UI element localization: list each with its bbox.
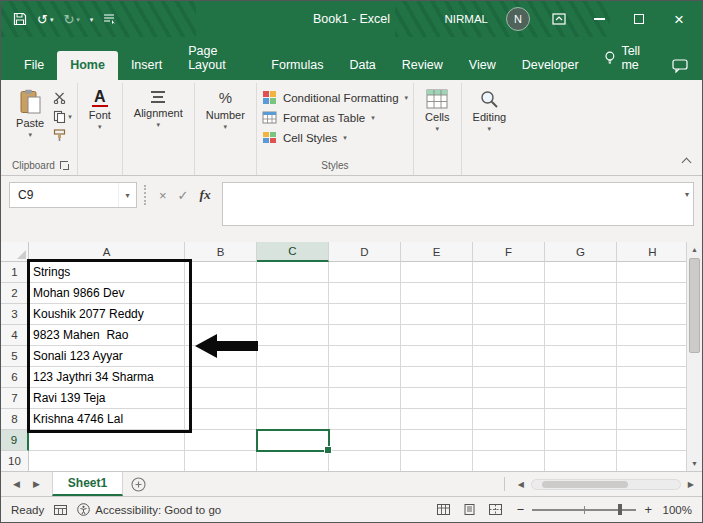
customize-qat-icon[interactable]: ▾ [90,16,94,23]
vertical-scrollbar[interactable]: ▲ ▼ [686,242,702,471]
column-header-F[interactable]: F [473,242,545,262]
cut-button[interactable] [53,91,72,104]
cell-E7[interactable] [401,388,473,409]
cell-H8[interactable] [617,409,686,430]
name-box[interactable]: C9 ▾ [9,182,137,208]
cell-F8[interactable] [473,409,545,430]
cell-G4[interactable] [545,325,617,346]
horizontal-scrollbar-track[interactable] [531,479,681,490]
column-header-B[interactable]: B [185,242,257,262]
sheet-tab-sheet1[interactable]: Sheet1 [52,472,123,496]
cell-G10[interactable] [545,451,617,471]
select-all-corner[interactable] [1,242,29,262]
zoom-slider[interactable] [532,509,636,511]
cell-H4[interactable] [617,325,686,346]
cell-A8[interactable]: Krishna 4746 Lal [29,409,185,430]
cancel-icon[interactable]: × [159,188,167,203]
cell-B3[interactable] [185,304,257,325]
cell-E1[interactable] [401,262,473,283]
cell-C1[interactable] [257,262,329,283]
cell-G5[interactable] [545,346,617,367]
undo-button[interactable]: ↺▾ [37,13,53,26]
cell-F7[interactable] [473,388,545,409]
formula-input[interactable]: ▾ [222,182,694,226]
cell-C4[interactable] [257,325,329,346]
cell-F10[interactable] [473,451,545,471]
cell-H3[interactable] [617,304,686,325]
alignment-button[interactable]: Alignment ▾ [128,84,189,130]
maximize-button[interactable] [628,8,650,30]
cell-E8[interactable] [401,409,473,430]
cell-H5[interactable] [617,346,686,367]
cell-B5[interactable] [185,346,257,367]
vertical-scrollbar-thumb[interactable] [689,258,700,353]
ribbon-display-options-icon[interactable] [548,8,570,30]
cell-B4[interactable] [185,325,257,346]
zoom-out-button[interactable]: − [517,503,525,516]
cell-C10[interactable] [257,451,329,471]
cell-F6[interactable] [473,367,545,388]
previous-sheet-icon[interactable]: ◀ [13,479,20,489]
row-header-1[interactable]: 1 [1,262,29,283]
ribbon-tab-data[interactable]: Data [336,51,388,80]
cell-C2[interactable] [257,283,329,304]
cell-F4[interactable] [473,325,545,346]
font-button[interactable]: A Font ▾ [83,84,117,132]
cell-styles-button[interactable]: Cell Styles ▾ [262,130,347,145]
cell-G2[interactable] [545,283,617,304]
expand-formula-bar-icon[interactable]: ▾ [685,190,689,199]
scroll-down-icon[interactable]: ▼ [691,457,698,470]
copy-button[interactable]: ▾ [53,110,72,123]
ribbon-tab-file[interactable]: File [11,51,57,80]
cell-A1[interactable]: Strings [29,262,185,283]
cell-C6[interactable] [257,367,329,388]
cell-A4[interactable]: 9823 Mahen Rao [29,325,185,346]
cell-G1[interactable] [545,262,617,283]
cell-B10[interactable] [185,451,257,471]
user-name[interactable]: NIRMAL [445,13,488,25]
cell-A7[interactable]: Ravi 139 Teja [29,388,185,409]
ribbon-tab-page-layout[interactable]: Page Layout [175,37,258,80]
horizontal-scrollbar[interactable]: ◀ ▶ [504,472,702,496]
cell-A9[interactable] [29,430,185,451]
column-header-H[interactable]: H [617,242,686,262]
cell-G3[interactable] [545,304,617,325]
row-header-8[interactable]: 8 [1,409,29,430]
cell-F2[interactable] [473,283,545,304]
row-header-10[interactable]: 10 [1,451,29,471]
cell-E5[interactable] [401,346,473,367]
cell-D3[interactable] [329,304,401,325]
collapse-ribbon-icon[interactable] [682,158,692,168]
cell-D5[interactable] [329,346,401,367]
cells-button[interactable]: Cells ▾ [419,84,455,134]
cell-F1[interactable] [473,262,545,283]
scroll-right-icon[interactable]: ▶ [688,480,694,489]
user-avatar[interactable]: N [506,7,530,31]
cell-C3[interactable] [257,304,329,325]
row-header-6[interactable]: 6 [1,367,29,388]
cell-D9[interactable] [329,430,401,451]
cell-B9[interactable] [185,430,257,451]
cell-D6[interactable] [329,367,401,388]
column-header-C[interactable]: C [257,242,329,262]
paste-button[interactable]: Paste ▾ [10,84,50,140]
cell-F9[interactable] [473,430,545,451]
cell-F5[interactable] [473,346,545,367]
scroll-left-icon[interactable]: ◀ [518,480,524,489]
column-header-D[interactable]: D [329,242,401,262]
format-as-table-button[interactable]: Format as Table ▾ [262,110,375,125]
column-header-E[interactable]: E [401,242,473,262]
cell-B8[interactable] [185,409,257,430]
name-box-chevron-icon[interactable]: ▾ [118,183,136,207]
number-button[interactable]: % Number ▾ [200,84,251,132]
cell-H1[interactable] [617,262,686,283]
redo-button[interactable]: ↻▾ [63,13,79,26]
cell-H2[interactable] [617,283,686,304]
cell-D4[interactable] [329,325,401,346]
editing-button[interactable]: Editing ▾ [467,84,513,134]
cell-E4[interactable] [401,325,473,346]
cell-C5[interactable] [257,346,329,367]
cell-C9[interactable] [257,430,329,451]
normal-view-icon[interactable] [437,504,450,515]
conditional-formatting-button[interactable]: Conditional Formatting ▾ [262,90,408,105]
